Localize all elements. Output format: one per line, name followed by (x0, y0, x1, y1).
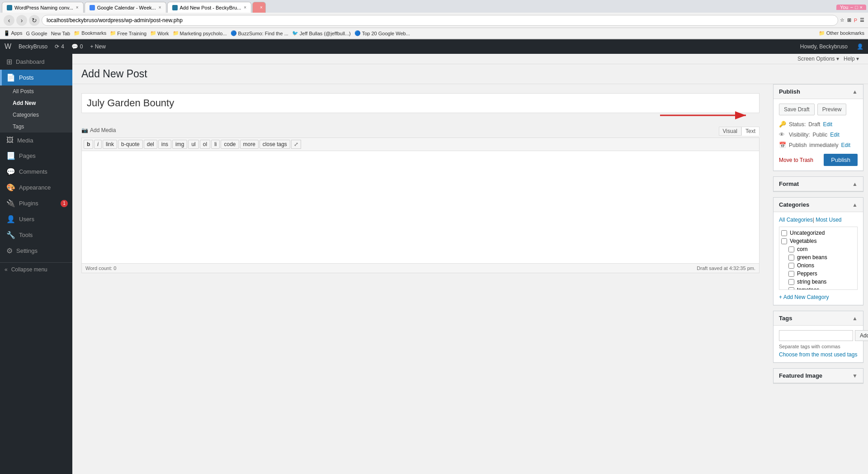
browser-tab-1[interactable]: WordPress Naming conv... × (2, 2, 84, 13)
collapse-menu[interactable]: « Collapse menu (0, 262, 72, 276)
star-icon[interactable]: ☆ (840, 17, 844, 23)
choose-tags-link[interactable]: Choose from the most used tags (779, 351, 857, 358)
move-to-trash-link[interactable]: Move to Trash (779, 157, 813, 163)
forward-button[interactable]: › (16, 15, 27, 26)
bookmark-buzzsumo[interactable]: 🔵 BuzzSumo: Find the ... (231, 30, 288, 36)
sidebar-item-comments[interactable]: 💬 Comments (0, 164, 72, 180)
sidebar-item-settings[interactable]: ⚙ Settings (0, 243, 72, 259)
toolbar-ul[interactable]: ul (188, 140, 198, 149)
pinterest-icon[interactable]: P (854, 18, 857, 23)
preview-button[interactable]: Preview (817, 104, 847, 115)
add-media-button[interactable]: 📷 Add Media (81, 127, 116, 133)
bookmark-work[interactable]: 📁 Work (150, 30, 169, 36)
bookmark-jeffbullas[interactable]: 🐦 Jeff Bullas (@jeffbull...) (292, 30, 351, 36)
browser-tab-3[interactable]: Add New Post - BeckyBru... × (167, 2, 252, 13)
visual-tab[interactable]: Visual (719, 127, 741, 136)
cat-checkbox-vegetables[interactable] (781, 238, 787, 244)
wp-logo[interactable]: W (5, 43, 11, 51)
cat-checkbox-corn[interactable] (788, 246, 794, 252)
toolbar-li[interactable]: li (211, 140, 220, 149)
bookmark-marketing[interactable]: 📁 Marketing psycholo... (173, 30, 227, 36)
tab-close-1[interactable]: × (76, 5, 79, 10)
tab-close-4[interactable]: × (260, 5, 263, 10)
sidebar-item-plugins[interactable]: 🔌 Plugins 1 (0, 195, 72, 211)
sidebar-sub-addnew[interactable]: Add New (0, 97, 72, 109)
publish-box-header[interactable]: Publish ▲ (774, 85, 863, 99)
updates-item[interactable]: ⟳ 4 (55, 43, 64, 50)
toolbar-link[interactable]: link (103, 140, 117, 149)
back-button[interactable]: ‹ (4, 15, 14, 26)
format-box-header[interactable]: Format ▲ (774, 177, 863, 191)
minimize-icon[interactable]: − (850, 5, 853, 10)
help-button[interactable]: Help ▾ (844, 56, 859, 62)
toolbar-del[interactable]: del (144, 140, 157, 149)
visibility-edit-link[interactable]: Edit (830, 132, 840, 138)
expand-button[interactable]: ⤢ (291, 140, 301, 149)
toolbar-bquote[interactable]: b-quote (118, 140, 143, 149)
tab-close-3[interactable]: × (244, 5, 246, 10)
format-toggle-icon[interactable]: ▲ (852, 181, 858, 187)
menu-icon[interactable]: ☰ (860, 17, 864, 23)
cat-checkbox-greenbeans[interactable] (788, 255, 794, 261)
sidebar-sub-tags[interactable]: Tags (0, 121, 72, 133)
sidebar-item-pages[interactable]: 📃 Pages (0, 148, 72, 164)
most-used-tab[interactable]: Most Used (813, 217, 842, 223)
cat-checkbox-peppers[interactable] (788, 271, 794, 277)
sidebar-sub-categories[interactable]: Categories (0, 109, 72, 121)
sidebar-item-dashboard[interactable]: ⊞ Dashboard (0, 54, 72, 70)
add-new-category-link[interactable]: + Add New Category (779, 294, 829, 300)
close-icon[interactable]: × (860, 5, 863, 10)
bookmark-apps[interactable]: 📱 Apps (4, 30, 23, 36)
cat-checkbox-tomatoes[interactable] (788, 287, 794, 290)
comments-item[interactable]: 💬 0 (71, 43, 83, 50)
toolbar-italic[interactable]: i (94, 140, 102, 149)
sidebar-sub-allposts[interactable]: All Posts (0, 85, 72, 97)
site-name[interactable]: BeckyBruso (19, 43, 47, 50)
bookmark-other[interactable]: 📁 Other bookmarks (819, 30, 864, 36)
categories-toggle-icon[interactable]: ▲ (852, 202, 858, 208)
text-tab[interactable]: Text (741, 127, 760, 136)
publish-button[interactable]: Publish (824, 154, 858, 166)
bookmark-bookmarks[interactable]: 📁 Bookmarks (74, 30, 106, 36)
cat-checkbox-stringbeans[interactable] (788, 279, 794, 285)
screen-options-button[interactable]: Screen Options ▾ (797, 56, 839, 62)
toolbar-code[interactable]: code (221, 140, 239, 149)
tags-add-button[interactable]: Add (855, 330, 868, 341)
bookmark-freetraining[interactable]: 📁 Free Training (110, 30, 146, 36)
toolbar-more[interactable]: more (240, 140, 259, 149)
sidebar-item-appearance[interactable]: 🎨 Appearance (0, 180, 72, 195)
bookmark-top20[interactable]: 🔵 Top 20 Google Web... (354, 30, 410, 36)
tags-box-header[interactable]: Tags ▲ (774, 311, 863, 326)
browser-tab-4[interactable]: × (252, 2, 266, 13)
layers-icon[interactable]: ⊞ (847, 17, 851, 23)
sidebar-item-users[interactable]: 👤 Users (0, 211, 72, 227)
toolbar-img[interactable]: img (172, 140, 187, 149)
featured-image-box-header[interactable]: Featured Image ▼ (774, 369, 863, 383)
tab-close-2[interactable]: × (159, 5, 161, 10)
all-categories-tab[interactable]: All Categories (779, 217, 813, 223)
browser-tab-2[interactable]: Google Calendar - Week... × (85, 2, 166, 13)
editor-area[interactable] (81, 151, 760, 264)
save-draft-button[interactable]: Save Draft (779, 104, 815, 115)
bookmark-newtab[interactable]: New Tab (51, 31, 71, 36)
bookmark-google[interactable]: G Google (26, 31, 47, 36)
user-badge[interactable]: You − □ × (836, 5, 866, 10)
toolbar-ins[interactable]: ins (158, 140, 171, 149)
reload-button[interactable]: ↻ (29, 15, 40, 26)
cat-checkbox-uncategorized[interactable] (781, 230, 787, 236)
status-edit-link[interactable]: Edit (823, 121, 832, 128)
new-post-item[interactable]: + New (90, 43, 106, 50)
publish-when-edit-link[interactable]: Edit (841, 142, 850, 148)
sidebar-item-tools[interactable]: 🔧 Tools (0, 227, 72, 243)
address-bar[interactable]: localhost/beckybruso/wordpress/wp-admin/… (42, 15, 838, 26)
sidebar-item-media[interactable]: 🖼 Media (0, 133, 72, 148)
publish-toggle-icon[interactable]: ▲ (852, 89, 858, 95)
toolbar-closetags[interactable]: close tags (259, 140, 290, 149)
toolbar-bold[interactable]: b (84, 140, 93, 149)
categories-box-header[interactable]: Categories ▲ (774, 198, 863, 212)
tags-input[interactable] (779, 330, 853, 341)
restore-icon[interactable]: □ (855, 5, 858, 10)
sidebar-item-posts[interactable]: 📄 Posts (0, 70, 72, 85)
tags-toggle-icon[interactable]: ▲ (852, 315, 858, 322)
cat-checkbox-onions[interactable] (788, 263, 794, 269)
